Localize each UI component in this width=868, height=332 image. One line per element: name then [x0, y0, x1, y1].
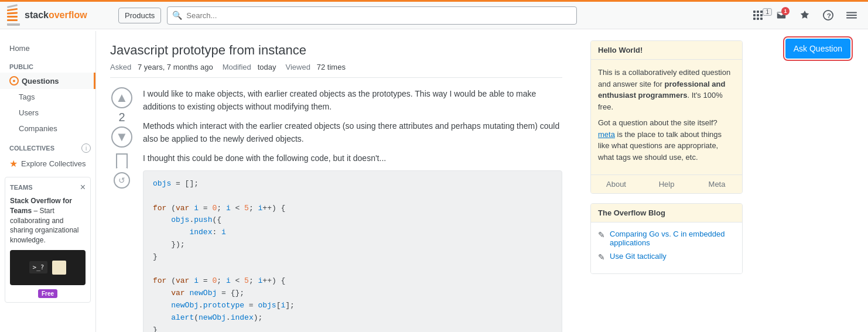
- sticky-note-icon: [52, 261, 66, 275]
- main-content: Javascript prototype from instance Asked…: [96, 31, 576, 332]
- teams-title: TEAMS: [10, 184, 33, 191]
- question-body: ▲ 2 ▼ ↺ I would like to make objects, wi…: [110, 87, 562, 332]
- hw-paragraph-2: Got a question about the site itself? me…: [598, 117, 735, 163]
- svg-rect-3: [753, 14, 756, 16]
- question-paragraph-1: I would like to make objects, with earli…: [143, 87, 562, 114]
- teams-close-button[interactable]: ×: [80, 182, 86, 193]
- hello-world-body: This is a collaboratively edited questio…: [591, 60, 742, 174]
- sidebar-item-tags[interactable]: Tags: [0, 89, 95, 105]
- svg-rect-8: [760, 18, 763, 20]
- modified-meta: Modified today: [223, 63, 276, 71]
- teams-grid-icon[interactable]: 1: [749, 6, 767, 25]
- topbar-actions: 1 1 ?: [749, 6, 861, 25]
- help-icon[interactable]: ?: [819, 6, 838, 25]
- sidebar-item-home[interactable]: Home: [0, 40, 95, 56]
- explore-collectives-item[interactable]: ★ Explore Collectives: [0, 155, 95, 172]
- terminal-icon: >_?: [29, 261, 48, 273]
- teams-header: TEAMS ×: [10, 182, 86, 193]
- code-line-1: objs = [];: [153, 178, 552, 190]
- question-meta: Asked 7 years, 7 months ago Modified tod…: [110, 63, 562, 78]
- svg-rect-6: [753, 18, 756, 20]
- collectives-section: COLLECTIVES i: [0, 136, 95, 155]
- question-title: Javascript prototype from instance: [110, 43, 562, 58]
- question-paragraph-2: Methods which interact with the earlier …: [143, 119, 562, 146]
- right-sidebar: Hello World! This is a collaboratively e…: [576, 31, 752, 332]
- teams-promo-image: >_?: [10, 250, 86, 285]
- help-link[interactable]: Help: [641, 175, 692, 193]
- meta-footer-link[interactable]: Meta: [692, 175, 742, 193]
- question-content: I would like to make objects, with earli…: [143, 87, 562, 332]
- blog-item-2[interactable]: ✎ Use Git tactically: [598, 252, 735, 262]
- hello-world-header: Hello World!: [591, 41, 742, 60]
- hello-world-widget: Hello World! This is a collaboratively e…: [590, 40, 743, 194]
- blog-bullet-1: ✎: [598, 230, 605, 239]
- collectives-title: COLLECTIVES: [9, 145, 54, 152]
- achievements-icon[interactable]: [795, 6, 814, 25]
- sidebar-item-companies[interactable]: Companies: [0, 121, 95, 136]
- overflow-blog-widget: The Overflow Blog ✎ Comparing Go vs. C i…: [590, 203, 743, 274]
- sidebar: Home PUBLIC ● Questions Tags Users Compa…: [0, 31, 96, 332]
- ask-question-button[interactable]: Ask Question: [785, 39, 850, 59]
- inbox-icon[interactable]: 1: [772, 6, 791, 25]
- svg-rect-0: [753, 11, 756, 13]
- star-icon: ★: [9, 158, 18, 169]
- hamburger-icon[interactable]: [842, 6, 861, 25]
- search-bar: 🔍: [167, 6, 577, 25]
- hello-world-footer: About Help Meta: [591, 174, 742, 193]
- code-line-3: for (var i = 0; i < 5; i++) {: [153, 203, 552, 215]
- search-icon: 🔍: [172, 11, 182, 20]
- question-paragraph-3: I thought this could be done with the fo…: [143, 152, 562, 165]
- bookmark-button[interactable]: [116, 153, 128, 169]
- about-link[interactable]: About: [591, 175, 641, 193]
- hw-paragraph-1: This is a collaboratively edited questio…: [598, 67, 735, 112]
- explore-collectives-label: Explore Collectives: [21, 159, 86, 168]
- overflow-blog-header: The Overflow Blog: [591, 204, 742, 223]
- svg-rect-4: [757, 14, 759, 16]
- layout: Home PUBLIC ● Questions Tags Users Compa…: [0, 31, 868, 332]
- teams-description: Stack Overflow for Teams – Start collabo…: [10, 196, 86, 245]
- svg-rect-7: [757, 18, 759, 20]
- sidebar-item-questions[interactable]: ● Questions: [0, 73, 95, 89]
- code-block: objs = []; for (var i = 0; i < 5; i++) {…: [143, 170, 562, 332]
- logo-icon[interactable]: [7, 5, 20, 26]
- blog-item-1[interactable]: ✎ Comparing Go vs. C in embedded applica…: [598, 230, 735, 247]
- teams-free-badge: Free: [38, 289, 57, 298]
- svg-rect-13: [846, 18, 857, 19]
- globe-icon: ●: [9, 76, 19, 85]
- ask-question-wrap: Ask Question: [785, 39, 850, 59]
- history-button[interactable]: ↺: [114, 172, 130, 189]
- svg-text:?: ?: [827, 12, 831, 19]
- inbox-badge: 1: [781, 7, 790, 15]
- meta-link[interactable]: meta: [598, 130, 615, 139]
- teams-badge-wrap: Free: [10, 289, 86, 297]
- svg-rect-2: [760, 11, 763, 13]
- products-button[interactable]: Products: [118, 8, 161, 23]
- overflow-blog-body: ✎ Comparing Go vs. C in embedded applica…: [591, 223, 742, 273]
- sidebar-item-users[interactable]: Users: [0, 105, 95, 121]
- blog-bullet-2: ✎: [598, 252, 605, 262]
- topbar: stackoverflow Products 🔍 1: [0, 0, 868, 29]
- teams-count: 1: [763, 8, 772, 16]
- upvote-button[interactable]: ▲: [111, 87, 132, 108]
- vote-count: 2: [118, 111, 125, 124]
- info-icon[interactable]: i: [81, 143, 91, 153]
- svg-rect-1: [757, 11, 759, 13]
- downvote-button[interactable]: ▼: [111, 126, 132, 148]
- svg-rect-5: [760, 14, 763, 16]
- sidebar-section-public: PUBLIC: [0, 56, 95, 73]
- logo-area: stackoverflow: [7, 5, 112, 26]
- vote-controls: ▲ 2 ▼ ↺: [110, 87, 134, 332]
- svg-rect-12: [846, 15, 857, 16]
- search-input[interactable]: [167, 6, 577, 25]
- logo-text: stackoverflow: [25, 10, 87, 20]
- asked-meta: Asked 7 years, 7 months ago: [110, 63, 213, 71]
- teams-section: TEAMS × Stack Overflow for Teams – Start…: [5, 177, 91, 303]
- viewed-meta: Viewed 72 times: [285, 63, 345, 71]
- svg-rect-11: [846, 12, 857, 13]
